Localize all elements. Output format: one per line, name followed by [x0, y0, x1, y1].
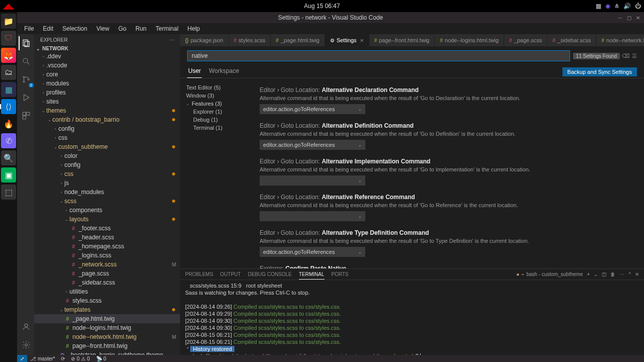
dock-app3-icon[interactable]: ▦: [1, 82, 16, 97]
tree-file[interactable]: #_header.scss: [34, 233, 180, 242]
panel-tab-output[interactable]: OUTPUT: [220, 269, 241, 279]
tree-folder[interactable]: ›core: [34, 70, 180, 79]
tray-power-icon[interactable]: ⏻: [635, 3, 641, 10]
tab-page-scss[interactable]: #_page.scss: [504, 34, 547, 46]
activity-search-icon[interactable]: [19, 54, 33, 68]
tree-folder[interactable]: ›.ddev: [34, 52, 180, 61]
new-terminal-icon[interactable]: +: [587, 272, 590, 277]
dock-firefox-icon[interactable]: 🦊: [1, 48, 16, 63]
dock-firefox2-icon[interactable]: 🔥: [1, 116, 16, 131]
split-terminal-icon[interactable]: ◫: [602, 272, 606, 277]
tree-folder[interactable]: ›node_modules: [34, 188, 180, 197]
toc-explorer[interactable]: Explorer (1): [182, 108, 249, 116]
panel-tab-problems[interactable]: PROBLEMS: [185, 269, 213, 279]
tree-folder[interactable]: ›profiles: [34, 88, 180, 97]
terminal-more-icon[interactable]: ⋯: [619, 272, 624, 277]
clear-search-icon[interactable]: ⌫: [622, 53, 630, 59]
tree-folder[interactable]: ›.vscode: [34, 61, 180, 70]
menu-terminal[interactable]: Terminal: [151, 24, 182, 33]
maximize-panel-icon[interactable]: ^: [628, 272, 631, 277]
tree-folder[interactable]: ⌄contrib / bootstrap_barrio: [34, 115, 180, 124]
menu-run[interactable]: Run: [131, 24, 150, 33]
menu-file[interactable]: File: [20, 24, 38, 33]
minimize-button[interactable]: ─: [616, 14, 624, 22]
close-panel-icon[interactable]: ✕: [635, 272, 639, 277]
scope-workspace-tab[interactable]: Workspace: [208, 65, 240, 78]
tab-node-network[interactable]: #node--network.h: [596, 34, 644, 46]
toc-window[interactable]: Window (3): [182, 92, 249, 100]
menu-edit[interactable]: Edit: [39, 24, 57, 33]
toc-debug[interactable]: Debug (1): [182, 116, 249, 124]
terminal-dropdown-icon[interactable]: ⌄: [594, 272, 598, 277]
menu-view[interactable]: View: [92, 24, 113, 33]
tree-folder[interactable]: ⌄templates: [34, 305, 180, 314]
tab-package-json[interactable]: {}package.json: [180, 34, 229, 46]
menu-selection[interactable]: Selection: [58, 24, 91, 33]
setting-dropdown[interactable]: ⌄: [260, 175, 365, 186]
dock-app6-icon[interactable]: ⬚: [1, 185, 16, 200]
tree-folder[interactable]: ›color: [34, 151, 180, 160]
project-section-title[interactable]: ⌄NETWORK: [34, 45, 180, 52]
dock-vscode-icon[interactable]: ⟨⟩: [1, 99, 16, 114]
setting-dropdown[interactable]: editor.action.goToReferences⌄: [260, 247, 365, 257]
tree-folder[interactable]: ›css: [34, 133, 180, 142]
tray-app-icon[interactable]: ▦: [596, 3, 601, 10]
dock-app4-icon[interactable]: 🔍: [1, 150, 16, 165]
status-sync-icon[interactable]: ⟳: [58, 356, 68, 361]
tree-file[interactable]: #_logins.scss: [34, 251, 180, 260]
toc-features[interactable]: ⌄Features (3): [182, 100, 249, 108]
tree-file[interactable]: #_page.html.twig: [34, 314, 180, 323]
activity-explorer-icon[interactable]: [19, 36, 33, 50]
tree-file[interactable]: #node--network.html.twigM: [34, 332, 180, 341]
tab-page-front[interactable]: #page--front.html.twig: [369, 34, 435, 46]
tree-folder[interactable]: ⌄scss: [34, 197, 180, 206]
status-branch[interactable]: ⎇master*: [27, 356, 58, 361]
settings-list[interactable]: Editor › Goto Location: Alternative Decl…: [251, 78, 644, 268]
setting-dropdown[interactable]: editor.action.goToReferences⌄: [260, 104, 365, 114]
tree-folder[interactable]: ›modules: [34, 79, 180, 88]
dock-files-icon[interactable]: 📁: [1, 14, 16, 29]
maximize-button[interactable]: ▢: [625, 14, 633, 22]
activity-account-icon[interactable]: [19, 320, 33, 334]
tree-file[interactable]: #_footer.scss: [34, 224, 180, 233]
setting-dropdown[interactable]: ⌄: [260, 211, 365, 221]
filter-icon[interactable]: ☰: [632, 53, 637, 59]
activity-settings-icon[interactable]: [19, 338, 33, 352]
tab-page-twig[interactable]: #_page.html.twig: [271, 34, 325, 46]
tree-folder[interactable]: ⌄layouts: [34, 215, 180, 224]
scope-user-tab[interactable]: User: [187, 65, 202, 78]
dock-app5-icon[interactable]: ▣: [1, 167, 16, 183]
tree-folder[interactable]: ›config: [34, 160, 180, 169]
tree-folder[interactable]: ›sites: [34, 97, 180, 106]
dock-app2-icon[interactable]: 🗂: [1, 65, 16, 80]
activities-icon[interactable]: ◢◣: [3, 2, 14, 10]
tab-node-logins[interactable]: #node--logins.html.twig: [435, 34, 504, 46]
close-window-button[interactable]: ✕: [634, 14, 642, 22]
tree-folder[interactable]: ›css: [34, 169, 180, 178]
tree-file[interactable]: #_sidebar.scss: [34, 278, 180, 287]
activity-debug-icon[interactable]: [19, 90, 33, 105]
tree-file[interactable]: #node--logins.html.twig: [34, 323, 180, 332]
close-icon[interactable]: ✕: [360, 38, 364, 43]
tab-styles-scss[interactable]: #styles.scss: [229, 34, 271, 46]
activity-scm-icon[interactable]: 2: [19, 72, 33, 86]
tree-folder[interactable]: ⌄custom_subtheme: [34, 142, 180, 151]
status-problems[interactable]: ⊘0⚠0: [68, 356, 93, 361]
terminal-shell-label[interactable]: ●⌁bash - custom_subtheme: [516, 272, 583, 277]
tray-volume-icon[interactable]: 🔊: [623, 3, 631, 10]
tree-folder[interactable]: ›js: [34, 178, 180, 188]
setting-dropdown[interactable]: editor.action.goToReferences⌄: [260, 140, 365, 150]
status-remote-icon[interactable]: ⤢: [17, 355, 27, 362]
tree-file[interactable]: #_network.scssM: [34, 260, 180, 269]
tab-sidebar-scss[interactable]: #_sidebar.scss: [547, 34, 596, 46]
tray-viber-icon[interactable]: ◉: [605, 3, 610, 10]
dock-viber-icon[interactable]: ✆: [1, 133, 16, 148]
tree-file[interactable]: #_page.scss: [34, 269, 180, 278]
tree-file[interactable]: #page--front.html.twig: [34, 341, 180, 350]
tray-network-icon[interactable]: ⋔: [614, 3, 619, 10]
tree-file[interactable]: #styles.scss: [34, 296, 180, 305]
explorer-more-icon[interactable]: ⋯: [169, 37, 174, 43]
toc-terminal[interactable]: Terminal (1): [182, 124, 249, 132]
activity-extensions-icon[interactable]: [19, 109, 33, 123]
dock-app1-icon[interactable]: 🛡: [1, 31, 16, 46]
